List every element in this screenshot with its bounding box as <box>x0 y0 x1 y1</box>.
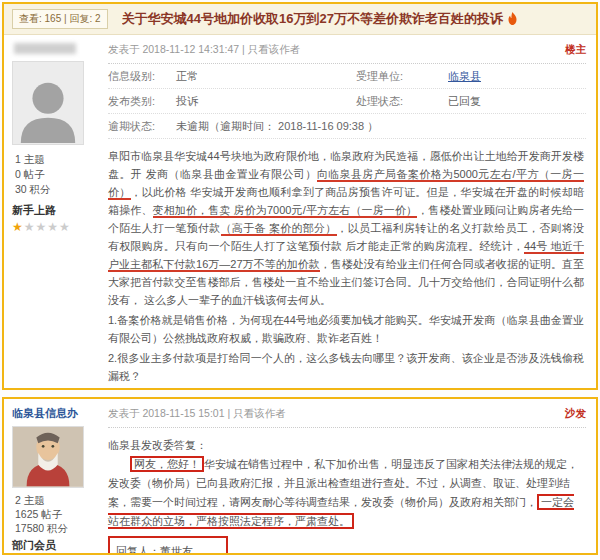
view-author-link[interactable]: 只看该作者 <box>233 407 286 419</box>
reply-contact-box: 回复人：董世友 办公电话：6583892 <box>108 536 228 555</box>
accepting-unit-link[interactable]: 临泉县 <box>448 69 481 84</box>
username-redacted <box>14 43 76 54</box>
stats-separator: | <box>64 13 67 24</box>
old-man-portrait-icon <box>13 426 83 487</box>
post-time: 发表于 2018-11-12 14:31:47 <box>108 43 239 55</box>
post1-user-panel: 1 主题 0 帖子 30 积分 新手上路 ★★★★★ <box>4 35 98 390</box>
red-underlined-text: （高于备 案价的部分） <box>221 222 337 236</box>
star-icon: ★ <box>47 220 59 234</box>
post1-avatar[interactable] <box>12 61 84 145</box>
complaint-info-table: 信息级别: 正常 受理单位: 临泉县 发布类别: 投诉 处理状态: 已回复 逾期… <box>108 64 586 139</box>
post2-meta: 发表于 2018-11-15 15:01 | 只看该作者 沙发 <box>108 399 586 428</box>
post1-meta: 发表于 2018-11-12 14:31:47 | 只看该作者 楼主 <box>108 35 586 64</box>
red-boxed-text: 网友，您好！ <box>130 456 204 472</box>
reply-heading: 临泉县发改委答复： <box>108 436 584 455</box>
user-credits: 17580 积分 <box>15 521 92 535</box>
complaint-paragraph: 阜阳市临泉县华安城44号块地为政府限价地，临泉政府为民造福，愿低价出让土地给开发… <box>108 147 584 309</box>
post-2: 临泉县信息办 2 主题 1625 帖子 17580 积分 部门会员 ★★★★★ <box>2 397 598 555</box>
complaint-item: 1.备案价格就是销售价格，为何现在44号地必须要加钱才能购买。华安城开发商（临泉… <box>108 311 584 347</box>
official-username-link[interactable]: 临泉县信息办 <box>12 406 92 421</box>
complaint-item: 2.很多业主多付款项是打给同一个人的，这么多钱去向哪里？该开发商、该企业是否涉及… <box>108 349 584 385</box>
thread-title: 关于华安城44号地加价收取16万到27万不等差价欺诈老百姓的投诉 <box>122 10 518 28</box>
user-posts: 1625 帖子 <box>15 507 92 521</box>
user-topics: 1 主题 <box>15 152 92 167</box>
views-count: 查看: 165 <box>19 13 61 24</box>
star-icon: ★ <box>12 220 24 234</box>
complaint-body: 阜阳市临泉县华安城44号块地为政府限价地，临泉政府为民造福，愿低价出让土地给开发… <box>108 139 586 390</box>
hot-flame-icon <box>507 12 518 28</box>
complaint-item: 3.售楼部所说员工福利房转让，此名义不成立，我们所买的全部为一手房，不牵扯到过户… <box>108 387 584 390</box>
user-credits: 30 积分 <box>15 182 92 197</box>
post-time: 发表于 2018-11-15 15:01 <box>108 407 225 419</box>
replier-name: 回复人：董世友 <box>116 541 214 555</box>
official-reply: 临泉县发改委答复： 网友，您好！华安城在销售过程中，私下加价出售，明显违反了国家… <box>108 428 586 555</box>
user-rank-stars: ★★★★★ <box>12 220 92 234</box>
post-1: 查看: 165 | 回复: 2 关于华安城44号地加价收取16万到27万不等差价… <box>2 2 598 390</box>
post2-avatar[interactable] <box>12 426 84 488</box>
replies-count: 回复: 2 <box>69 13 100 24</box>
floor-badge-shafa: 沙发 <box>565 407 586 421</box>
user-posts: 0 帖子 <box>15 167 92 182</box>
user-topics: 2 主题 <box>15 493 92 507</box>
red-underlined-text: 变相加价，售卖 房价为7000元/平方左右（一房一价） <box>153 204 418 218</box>
star-icon: ★ <box>59 220 71 234</box>
post2-user-panel: 临泉县信息办 2 主题 1625 帖子 17580 积分 部门会员 ★★★★★ <box>4 399 98 553</box>
person-silhouette-icon <box>13 74 83 144</box>
floor-badge-louzhu: 楼主 <box>565 43 586 57</box>
star-icon: ★ <box>24 220 36 234</box>
star-icon: ★ <box>36 220 48 234</box>
view-author-link[interactable]: 只看该作者 <box>248 43 301 55</box>
info-row: 发布类别: 投诉 处理状态: 已回复 <box>108 89 586 114</box>
user-rank: 部门会员 <box>12 538 92 553</box>
user-rank: 新手上路 <box>12 203 92 218</box>
reply-paragraph: 网友，您好！华安城在销售过程中，私下加价出售，明显违反了国家相关法律法规的规定，… <box>108 455 584 531</box>
info-row: 逾期状态: 未逾期（逾期时间： 2018-11-16 09:38 ） <box>108 114 586 139</box>
info-row: 信息级别: 正常 受理单位: 临泉县 <box>108 64 586 89</box>
thread-header: 查看: 165 | 回复: 2 关于华安城44号地加价收取16万到27万不等差价… <box>4 4 596 35</box>
thread-stats: 查看: 165 | 回复: 2 <box>12 9 108 29</box>
